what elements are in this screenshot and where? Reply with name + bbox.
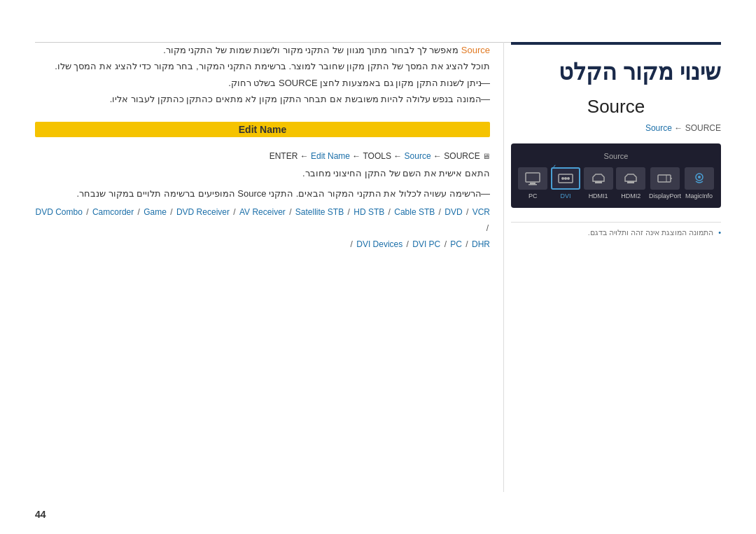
- right-note: • התמונה המוצגת אינה זהה ותלויה בדגם.: [511, 222, 721, 237]
- nav-source[interactable]: Source: [405, 151, 431, 161]
- dvi-icon: [557, 171, 574, 185]
- svg-rect-1: [530, 183, 536, 184]
- source-item-hdmi1[interactable]: HDMI1: [584, 167, 613, 199]
- svg-point-4: [561, 177, 564, 180]
- svg-rect-9: [658, 175, 671, 182]
- bullet-text-2: המונה בנפש עלולה להיות משובשת אם תבחר הת…: [110, 94, 482, 104]
- bullet-item-2: המונה בנפש עלולה להיות משובשת אם תבחר הת…: [35, 91, 490, 107]
- svg-point-6: [567, 177, 570, 180]
- svg-point-11: [698, 176, 701, 178]
- source-item-pc[interactable]: PC: [518, 167, 547, 199]
- source-item-hdmi2[interactable]: HDMI2: [616, 167, 645, 199]
- bullet-item-1: ניתן לשנות התקן מקון גם באמצעות לחצן SOU…: [35, 75, 490, 91]
- svg-rect-2: [528, 184, 537, 185]
- link-game[interactable]: Game: [144, 207, 167, 217]
- right-top-bar: [511, 42, 721, 45]
- link-hd-stb[interactable]: HD STB: [354, 207, 384, 217]
- svg-rect-0: [526, 173, 540, 182]
- source-icon-label-pc: PC: [528, 192, 538, 199]
- source-icon-box-pc[interactable]: [518, 167, 547, 190]
- vertical-divider: [503, 42, 504, 492]
- intro-text-1: מאפשר לך לבחור מתוך מגוון של התקני מקור …: [163, 45, 458, 55]
- link-dvd-combo[interactable]: DVD Combo: [36, 207, 83, 217]
- main-content: Source מאפשר לך לבחור מתוך מגוון של התקנ…: [35, 42, 490, 492]
- sep1: /: [84, 207, 91, 217]
- sep13: /: [463, 239, 470, 249]
- source-icon-box-dvi[interactable]: [551, 167, 580, 190]
- link-dvd-receiver[interactable]: DVD Receiver: [176, 207, 230, 217]
- sep5: /: [287, 207, 294, 217]
- source-item-displayport[interactable]: DisplayPort: [649, 167, 681, 199]
- sep6: /: [345, 207, 352, 217]
- source-icon-box-magicinfo[interactable]: [685, 167, 714, 190]
- sep3: /: [168, 207, 175, 217]
- right-note-text: התמונה המוצגת אינה זהה ותלויה בדגם.: [588, 228, 713, 237]
- source-panel: Source PC: [511, 143, 721, 208]
- source-icons-row: PC DVI: [517, 167, 715, 199]
- svg-rect-8: [627, 181, 634, 183]
- source-item-magicinfo[interactable]: MagicInfo: [685, 167, 714, 199]
- sep12: /: [442, 239, 449, 249]
- link-vcr[interactable]: VCR: [472, 207, 490, 217]
- pc-icon: [524, 171, 541, 185]
- source-icon-label-hdmi1: HDMI1: [589, 192, 608, 199]
- source-icon-box-hdmi1[interactable]: [584, 167, 613, 190]
- link-dhr[interactable]: DHR: [472, 239, 490, 249]
- source-icon-label-dvi: DVI: [560, 192, 570, 199]
- link-dvd[interactable]: DVD: [444, 207, 462, 217]
- link-pc[interactable]: PC: [450, 239, 462, 249]
- magicinfo-icon: [691, 171, 708, 185]
- page-container: שינוי מקור הקלט Source Source ← SOURCE S…: [0, 0, 756, 534]
- sep14: /: [351, 239, 356, 249]
- link-camcorder[interactable]: Camcorder: [92, 207, 134, 217]
- source-icon-label-hdmi2: HDMI2: [621, 192, 640, 199]
- edit-name-container: Edit Name: [35, 116, 490, 143]
- source-item-dvi[interactable]: DVI: [551, 167, 580, 199]
- source-breadcrumb-link[interactable]: Source: [645, 123, 672, 133]
- nav-sep2: ← SOURCE: [433, 151, 480, 161]
- bullet-text-3b: המופיעים ברשימה תלויים במקור שנבחר.: [77, 188, 235, 199]
- page-number: 44: [35, 509, 46, 520]
- intro-paragraph-2: תוכל להציג את המסך של התקן מקון שחובר למ…: [35, 58, 490, 74]
- breadcrumb-source: SOURCE: [685, 123, 721, 133]
- sep8: /: [436, 207, 443, 217]
- displayport-icon: [657, 171, 673, 185]
- edit-name-button[interactable]: Edit Name: [35, 122, 490, 137]
- sep9: /: [464, 207, 471, 217]
- sep2: /: [135, 207, 142, 217]
- source-icon-box-displayport[interactable]: [650, 167, 680, 190]
- desc-text: התאם אישית את השם של התקן החיצוני מחובר.: [302, 168, 490, 178]
- source-icon-box-hdmi2[interactable]: [616, 167, 645, 190]
- sep11: /: [404, 239, 411, 249]
- right-panel: שינוי מקור הקלט Source Source ← SOURCE S…: [511, 42, 721, 492]
- sep7: /: [386, 207, 393, 217]
- link-av-receiver[interactable]: AV Receiver: [239, 207, 286, 217]
- nav-sep1: ← TOOLS ←: [352, 151, 404, 161]
- hdmi2-icon: [622, 171, 639, 185]
- nav-enter: ENTER ←: [270, 151, 311, 161]
- link-cable-stb[interactable]: Cable STB: [394, 207, 435, 217]
- page-title: שינוי מקור הקלט: [511, 59, 721, 85]
- bullet-text-1: ניתן לשנות התקן מקון גם באמצעות לחצן SOU…: [228, 78, 482, 88]
- source-panel-title: Source: [517, 152, 715, 160]
- nav-edit-name[interactable]: Edit Name: [311, 151, 350, 161]
- breadcrumb-arrow: ←: [674, 123, 682, 133]
- description-text: התאם אישית את השם של התקן החיצוני מחובר.: [35, 165, 490, 181]
- link-dvi-devices[interactable]: DVI Devices: [356, 239, 402, 249]
- breadcrumb-nav: 🖥 ENTER ← Edit Name ← TOOLS ← Source ← S…: [35, 151, 490, 161]
- sep10: /: [486, 223, 489, 233]
- right-note-bullet: •: [718, 228, 721, 237]
- source-link-2[interactable]: Source: [237, 188, 266, 199]
- source-link-1[interactable]: Source: [461, 45, 490, 55]
- source-heading: Source: [511, 96, 721, 118]
- intro-text-2: תוכל להציג את המסך של התקן מקון שחובר למ…: [55, 61, 490, 71]
- sep4: /: [231, 207, 238, 217]
- nav-icon: 🖥: [482, 152, 490, 160]
- source-breadcrumb: Source ← SOURCE: [511, 123, 721, 133]
- link-dvi-pc[interactable]: DVI PC: [412, 239, 440, 249]
- bullet-text-3a: הרשימה עשויה לכלול את התקני המקור הבאים.…: [266, 188, 482, 199]
- source-icon-label-magicinfo: MagicInfo: [685, 192, 713, 199]
- link-satellite-stb[interactable]: Satellite STB: [295, 207, 344, 217]
- source-icon-label-displayport: DisplayPort: [649, 192, 681, 199]
- bullet-item-3: הרשימה עשויה לכלול את התקני המקור הבאים.…: [35, 185, 490, 202]
